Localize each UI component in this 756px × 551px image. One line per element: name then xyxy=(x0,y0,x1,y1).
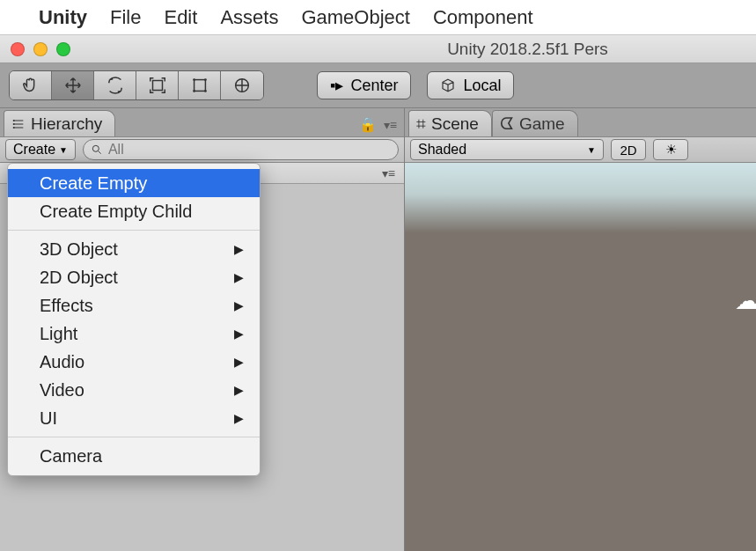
menu-item-audio[interactable]: Audio▶ xyxy=(8,348,260,376)
menu-item-label: Create Empty xyxy=(40,173,147,194)
menu-file[interactable]: File xyxy=(110,6,141,29)
menu-item-label: Camera xyxy=(40,446,102,467)
tab-scene[interactable]: ⌗ Scene xyxy=(408,110,492,136)
menu-component[interactable]: Component xyxy=(433,6,533,29)
submenu-arrow-icon: ▶ xyxy=(234,411,244,425)
menu-item-label: Effects xyxy=(40,296,93,316)
main-toolbar: ▪▸ Center Local xyxy=(0,63,756,108)
hierarchy-panel: Hierarchy 🔒 ▾≡ Create ▼ All ▾≡ Create E xyxy=(0,108,405,551)
create-label: Create xyxy=(13,142,55,158)
search-icon xyxy=(91,143,103,156)
menu-gameobject[interactable]: GameObject xyxy=(301,6,410,29)
shading-mode-dropdown[interactable]: Shaded ▼ xyxy=(410,139,604,160)
scene-viewport[interactable]: ☁ xyxy=(405,163,756,551)
hand-tool-button[interactable] xyxy=(10,71,52,99)
panels: Hierarchy 🔒 ▾≡ Create ▼ All ▾≡ Create E xyxy=(0,108,756,551)
hierarchy-toolbar: Create ▼ All xyxy=(0,136,404,163)
hierarchy-icon xyxy=(11,117,26,131)
menu-item-label: Create Empty Child xyxy=(40,202,192,222)
submenu-arrow-icon: ▶ xyxy=(234,242,244,256)
rotate-tool-button[interactable] xyxy=(94,71,136,99)
search-placeholder: All xyxy=(108,142,124,158)
hierarchy-tabrow: Hierarchy 🔒 ▾≡ xyxy=(0,108,404,136)
svg-point-10 xyxy=(92,145,99,151)
pivot-label: Center xyxy=(350,77,398,95)
svg-point-8 xyxy=(13,123,15,125)
menu-item-label: Audio xyxy=(40,352,84,372)
menu-item-3d-object[interactable]: 3D Object▶ xyxy=(8,235,260,263)
lock-icon[interactable]: 🔒 xyxy=(359,116,377,133)
toggle-2d-button[interactable]: 2D xyxy=(611,139,646,160)
move-tool-button[interactable] xyxy=(52,71,94,99)
move-icon xyxy=(63,76,83,95)
game-tab-label: Game xyxy=(519,114,565,134)
menu-item-create-empty-child[interactable]: Create Empty Child xyxy=(8,197,260,225)
rotate-icon xyxy=(106,76,125,95)
space-mode-button[interactable]: Local xyxy=(427,71,514,99)
scene-tab-label: Scene xyxy=(431,114,479,134)
svg-point-2 xyxy=(193,78,195,81)
svg-point-4 xyxy=(193,90,195,92)
pacman-icon: ᗧ xyxy=(500,114,514,134)
menu-item-video[interactable]: Video▶ xyxy=(8,376,260,404)
macos-menubar: Unity File Edit Assets GameObject Compon… xyxy=(0,0,756,35)
scene-toolbar: Shaded ▼ 2D ☀ xyxy=(405,136,756,163)
lighting-toggle-button[interactable]: ☀ xyxy=(653,139,688,160)
menu-app[interactable]: Unity xyxy=(39,6,87,29)
create-button[interactable]: Create ▼ xyxy=(5,139,76,160)
menu-item-2d-object[interactable]: 2D Object▶ xyxy=(8,263,260,291)
scene-panel: ⌗ Scene ᗧ Game Shaded ▼ 2D ☀ ☁ xyxy=(405,108,756,551)
hand-icon xyxy=(21,76,40,95)
svg-point-5 xyxy=(204,90,207,92)
scene-row-menu-icon[interactable]: ▾≡ xyxy=(382,166,395,180)
cloud-icon: ☁ xyxy=(735,286,756,315)
tab-hierarchy[interactable]: Hierarchy xyxy=(4,110,115,136)
svg-point-9 xyxy=(13,127,15,129)
transform-tools xyxy=(9,70,264,100)
menu-assets[interactable]: Assets xyxy=(220,6,278,29)
menu-item-ui[interactable]: UI▶ xyxy=(8,404,260,432)
rect-icon xyxy=(190,76,209,95)
menu-item-label: 3D Object xyxy=(40,239,118,260)
svg-point-3 xyxy=(204,78,207,81)
pivot-mode-button[interactable]: ▪▸ Center xyxy=(317,71,411,99)
svg-rect-1 xyxy=(194,80,205,92)
create-context-menu: Create EmptyCreate Empty Child3D Object▶… xyxy=(7,163,261,476)
transform-tool-button[interactable] xyxy=(221,71,263,99)
rect-tool-button[interactable] xyxy=(179,71,221,99)
hierarchy-tab-label: Hierarchy xyxy=(31,114,102,134)
panel-menu-icon[interactable]: ▾≡ xyxy=(384,118,397,132)
menu-item-label: Video xyxy=(40,380,84,400)
tab-game[interactable]: ᗧ Game xyxy=(492,110,578,136)
menu-item-label: 2D Object xyxy=(40,268,118,288)
hierarchy-search-input[interactable]: All xyxy=(83,139,399,160)
menu-item-camera[interactable]: Camera xyxy=(8,442,260,470)
submenu-arrow-icon: ▶ xyxy=(234,270,244,284)
center-icon: ▪▸ xyxy=(330,76,343,95)
menu-edit[interactable]: Edit xyxy=(164,6,197,29)
audio-toggle-button[interactable] xyxy=(695,139,713,160)
chevron-down-icon: ▼ xyxy=(59,145,68,155)
shading-mode-label: Shaded xyxy=(418,142,466,158)
hierarchy-body[interactable]: ▾≡ Create EmptyCreate Empty Child3D Obje… xyxy=(0,163,404,551)
menu-item-label: UI xyxy=(40,408,57,429)
window-titlebar: Unity 2018.2.5f1 Pers xyxy=(0,35,756,63)
svg-point-7 xyxy=(13,120,15,121)
chevron-down-icon: ▼ xyxy=(587,145,596,155)
menu-item-light[interactable]: Light▶ xyxy=(8,320,260,348)
scale-tool-button[interactable] xyxy=(136,71,179,99)
submenu-arrow-icon: ▶ xyxy=(234,327,244,341)
svg-rect-0 xyxy=(152,81,162,91)
grid-icon: ⌗ xyxy=(416,114,426,134)
sun-icon: ☀ xyxy=(665,142,677,158)
space-label: Local xyxy=(463,77,501,95)
menu-item-label: Light xyxy=(40,324,77,344)
scale-icon xyxy=(148,76,167,95)
menu-separator xyxy=(8,230,260,231)
transform-icon xyxy=(232,76,252,95)
cube-icon xyxy=(440,77,456,93)
submenu-arrow-icon: ▶ xyxy=(234,298,244,312)
menu-item-create-empty[interactable]: Create Empty xyxy=(8,169,260,197)
menu-item-effects[interactable]: Effects▶ xyxy=(8,291,260,320)
window-title: Unity 2018.2.5f1 Pers xyxy=(0,40,756,59)
